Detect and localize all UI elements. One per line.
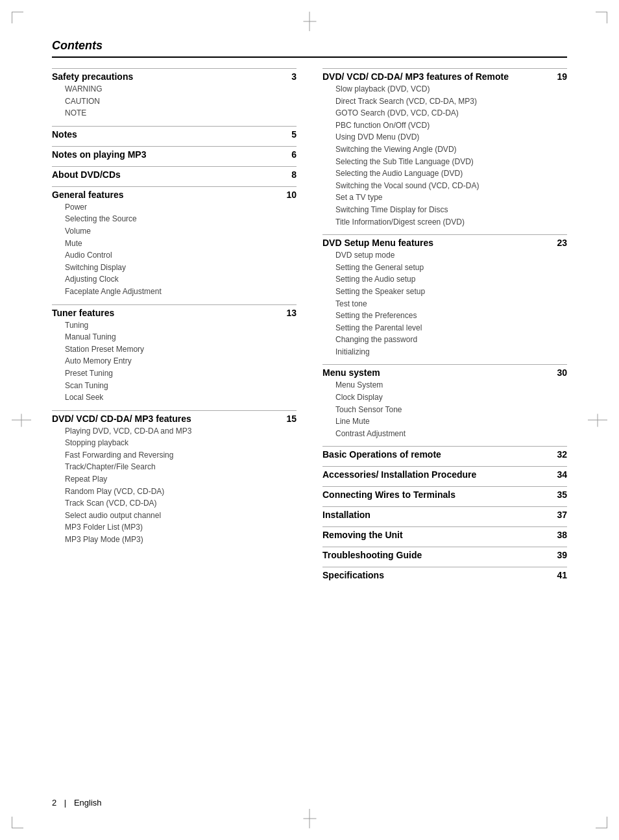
section-tuner: Tuner features13TuningManual TuningStati…: [52, 304, 297, 404]
section-connecting: Connecting Wires to Terminals35: [322, 486, 567, 500]
list-item: Random Play (VCD, CD-DA): [65, 486, 297, 498]
section-header-notes-mp3: Notes on playing MP36: [52, 146, 297, 160]
list-item: Menu System: [335, 379, 567, 391]
list-item: MP3 Play Mode (MP3): [65, 534, 297, 546]
section-header-accessories: Accessories/ Installation Procedure34: [322, 466, 567, 480]
list-item: Faceplate Angle Adjustment: [65, 286, 297, 298]
list-item: Auto Memory Entry: [65, 355, 297, 367]
section-page-basic-ops: 32: [557, 449, 567, 460]
list-item: Audio Control: [65, 249, 297, 262]
right-column: DVD/ VCD/ CD-DA/ MP3 features of Remote1…: [322, 68, 567, 587]
section-title-basic-ops: Basic Operations of remote: [322, 449, 441, 460]
section-title-accessories: Accessories/ Installation Procedure: [322, 469, 476, 480]
list-item: Touch Sensor Tone: [335, 404, 567, 416]
list-item: Selecting the Sub Title Language (DVD): [335, 156, 567, 168]
section-installation: Installation37: [322, 506, 567, 520]
section-dvd-remote: DVD/ VCD/ CD-DA/ MP3 features of Remote1…: [322, 68, 567, 228]
section-page-connecting: 35: [557, 489, 567, 500]
list-item: Stopping playback: [65, 437, 297, 449]
section-title-safety: Safety precautions: [52, 71, 133, 82]
section-header-specifications: Specifications41: [322, 567, 567, 580]
section-general: General features10PowerSelecting the Sou…: [52, 186, 297, 298]
list-item: Clock Display: [335, 391, 567, 404]
section-dvd-setup: DVD Setup Menu features23DVD setup modeS…: [322, 234, 567, 358]
list-item: Using DVD Menu (DVD): [335, 131, 567, 143]
list-item: NOTE: [65, 107, 297, 119]
content-columns: Safety precautions3WARNINGCAUTIONNOTENot…: [52, 68, 567, 587]
section-items-dvd-features: Playing DVD, VCD, CD-DA and MP3Stopping …: [52, 425, 297, 546]
list-item: Scan Tuning: [65, 380, 297, 392]
list-item: GOTO Search (DVD, VCD, CD-DA): [335, 107, 567, 119]
footer-page-number: 2: [52, 798, 56, 808]
section-page-tuner: 13: [286, 308, 297, 318]
section-header-dvd-features: DVD/ VCD/ CD-DA/ MP3 features15: [52, 410, 297, 424]
section-title-dvd-remote: DVD/ VCD/ CD-DA/ MP3 features of Remote: [322, 71, 509, 82]
section-page-accessories: 34: [557, 469, 567, 480]
section-header-troubleshooting: Troubleshooting Guide39: [322, 547, 567, 560]
list-item: PBC function On/Off (VCD): [335, 119, 567, 132]
section-title-removing: Removing the Unit: [322, 530, 403, 540]
section-page-dvd-features: 15: [286, 414, 297, 424]
list-item: Switching the Viewing Angle (DVD): [335, 143, 567, 156]
list-item: Station Preset Memory: [65, 343, 297, 356]
list-item: Setting the General setup: [335, 262, 567, 274]
section-page-dvd-remote: 19: [557, 71, 567, 82]
section-removing: Removing the Unit38: [322, 526, 567, 540]
list-item: Power: [65, 201, 297, 214]
section-header-dvd-cds: About DVD/CDs8: [52, 166, 297, 180]
section-title-installation: Installation: [322, 510, 370, 520]
list-item: Selecting the Source: [65, 213, 297, 225]
section-page-removing: 38: [557, 530, 567, 540]
crosshair-right: [588, 420, 607, 421]
section-title-tuner: Tuner features: [52, 308, 114, 318]
section-title-dvd-cds: About DVD/CDs: [52, 169, 121, 180]
list-item: Playing DVD, VCD, CD-DA and MP3: [65, 425, 297, 438]
section-title-connecting: Connecting Wires to Terminals: [322, 489, 455, 500]
section-page-menu-system: 30: [557, 367, 567, 378]
section-title-menu-system: Menu system: [322, 367, 380, 378]
section-notes: Notes5: [52, 126, 297, 140]
section-header-dvd-setup: DVD Setup Menu features23: [322, 234, 567, 248]
list-item: DVD setup mode: [335, 249, 567, 262]
section-title-notes-mp3: Notes on playing MP3: [52, 149, 146, 160]
list-item: Repeat Play: [65, 473, 297, 486]
section-header-dvd-remote: DVD/ VCD/ CD-DA/ MP3 features of Remote1…: [322, 68, 567, 82]
list-item: Direct Track Search (VCD, CD-DA, MP3): [335, 95, 567, 108]
section-header-menu-system: Menu system30: [322, 364, 567, 378]
list-item: Setting the Preferences: [335, 310, 567, 322]
list-item: Adjusting Clock: [65, 273, 297, 286]
list-item: Tuning: [65, 319, 297, 332]
section-page-troubleshooting: 39: [557, 550, 567, 560]
crosshair-top: [310, 12, 310, 31]
list-item: Switching Display: [65, 262, 297, 274]
list-item: Switching the Vocal sound (VCD, CD-DA): [335, 180, 567, 192]
list-item: Setting the Audio setup: [335, 273, 567, 286]
section-page-dvd-setup: 23: [557, 238, 567, 248]
list-item: Setting the Speaker setup: [335, 286, 567, 298]
section-header-installation: Installation37: [322, 506, 567, 520]
section-notes-mp3: Notes on playing MP36: [52, 146, 297, 160]
list-item: Changing the password: [335, 334, 567, 346]
section-title-specifications: Specifications: [322, 570, 384, 580]
list-item: Contrast Adjustment: [335, 428, 567, 440]
list-item: Selecting the Audio Language (DVD): [335, 167, 567, 180]
crosshair-bottom: [310, 809, 310, 828]
section-accessories: Accessories/ Installation Procedure34: [322, 466, 567, 480]
page-title: Contents: [52, 39, 567, 53]
list-item: Test tone: [335, 298, 567, 310]
list-item: Mute: [65, 238, 297, 250]
list-item: Fast Forwarding and Reversing: [65, 449, 297, 462]
section-header-removing: Removing the Unit38: [322, 526, 567, 540]
section-dvd-features: DVD/ VCD/ CD-DA/ MP3 features15Playing D…: [52, 410, 297, 546]
crosshair-left: [12, 420, 31, 421]
list-item: Line Mute: [335, 415, 567, 428]
section-items-dvd-remote: Slow playback (DVD, VCD)Direct Track Sea…: [322, 83, 567, 228]
list-item: Select audio output channel: [65, 510, 297, 522]
section-page-safety: 3: [291, 71, 297, 82]
section-page-installation: 37: [557, 510, 567, 520]
corner-mark-tr: [596, 12, 607, 23]
list-item: WARNING: [65, 83, 297, 95]
section-page-notes: 5: [291, 129, 297, 140]
section-page-notes-mp3: 6: [291, 149, 297, 160]
corner-mark-bl: [12, 817, 23, 828]
